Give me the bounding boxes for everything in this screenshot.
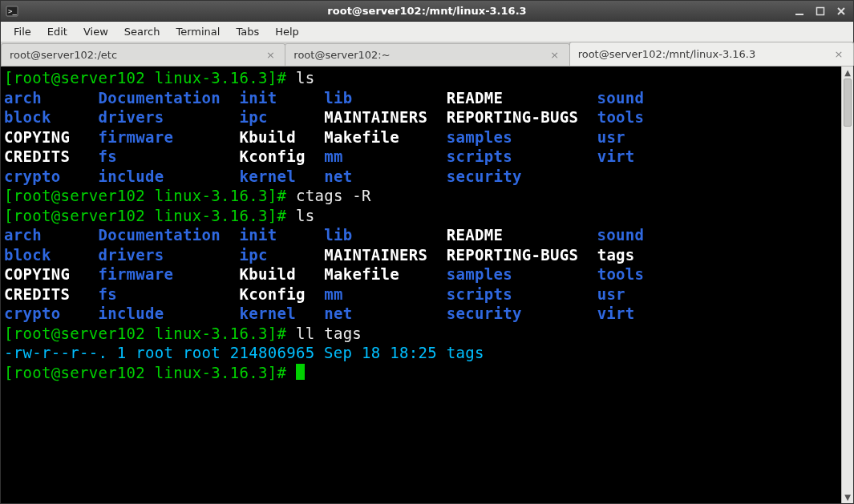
tab-close-icon[interactable]: × xyxy=(264,49,277,62)
terminal-window: >_ root@server102:/mnt/linux-3.16.3 File… xyxy=(0,0,854,504)
tab-2[interactable]: root@server102:/mnt/linux-3.16.3 × xyxy=(569,42,854,66)
tab-label: root@server102:/mnt/linux-3.16.3 xyxy=(578,48,829,60)
scrollbar[interactable]: ▲ ▼ xyxy=(841,67,853,503)
scroll-up-icon[interactable]: ▲ xyxy=(842,67,853,79)
window-controls xyxy=(792,5,848,18)
tab-label: root@server102:~ xyxy=(293,49,544,61)
scroll-thumb[interactable] xyxy=(844,79,852,127)
menu-terminal[interactable]: Terminal xyxy=(169,23,226,40)
cursor xyxy=(296,364,305,380)
tab-0[interactable]: root@server102:/etc × xyxy=(1,43,285,66)
maximize-button[interactable] xyxy=(813,5,828,18)
menubar: File Edit View Search Terminal Tabs Help xyxy=(1,22,853,42)
scroll-down-icon[interactable]: ▼ xyxy=(842,491,853,503)
tabbar: root@server102:/etc × root@server102:~ ×… xyxy=(1,42,853,67)
svg-rect-3 xyxy=(817,7,824,14)
tab-1[interactable]: root@server102:~ × xyxy=(285,43,569,66)
svg-rect-2 xyxy=(795,14,803,15)
terminal-output[interactable]: [root@server102 linux-3.16.3]# ls arch D… xyxy=(1,67,841,503)
menu-file[interactable]: File xyxy=(7,23,38,40)
menu-help[interactable]: Help xyxy=(269,23,306,40)
menu-search[interactable]: Search xyxy=(118,23,167,40)
app-icon: >_ xyxy=(6,5,18,18)
terminal-body: [root@server102 linux-3.16.3]# ls arch D… xyxy=(1,67,853,503)
tab-label: root@server102:/etc xyxy=(10,49,261,61)
tab-close-icon[interactable]: × xyxy=(832,48,845,61)
tab-close-icon[interactable]: × xyxy=(548,49,561,62)
menu-tabs[interactable]: Tabs xyxy=(229,23,265,40)
svg-text:>_: >_ xyxy=(8,7,17,15)
close-button[interactable] xyxy=(834,5,848,18)
menu-view[interactable]: View xyxy=(77,23,115,40)
menu-edit[interactable]: Edit xyxy=(41,23,74,40)
minimize-button[interactable] xyxy=(792,5,807,18)
window-title: root@server102:/mnt/linux-3.16.3 xyxy=(1,5,853,17)
titlebar[interactable]: >_ root@server102:/mnt/linux-3.16.3 xyxy=(1,1,853,22)
